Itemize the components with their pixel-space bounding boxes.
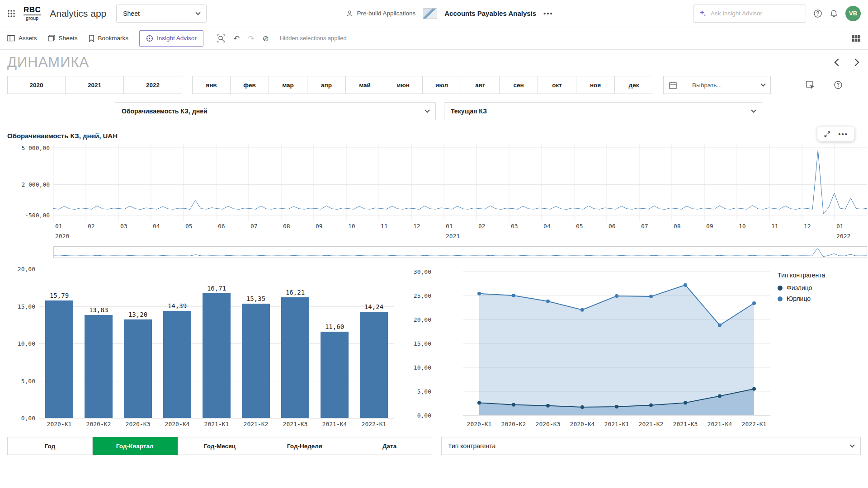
month-filter-8[interactable]: сен xyxy=(500,76,538,94)
turnover-y-labels: 5 000,002 000,00-500,00 xyxy=(8,144,50,221)
legend-item-1[interactable]: Юрлицо xyxy=(778,295,859,302)
y-axis-label: 25,00 xyxy=(414,292,431,299)
hidden-selections-note: Hidden selections applied xyxy=(280,35,347,42)
x-axis-label: 10 xyxy=(348,223,355,230)
app-thumbnail[interactable] xyxy=(423,8,437,19)
chevron-down-icon xyxy=(196,10,201,15)
filter-row: 202020212022 янвфевмарапрмайиюниюлавгсен… xyxy=(7,76,861,94)
granularity-tab-3[interactable]: Год-Неделя xyxy=(262,437,347,455)
bar-2021-К3[interactable]: 16,21 xyxy=(278,269,313,418)
x-axis-label: 04 xyxy=(153,223,160,230)
granularity-tab-0[interactable]: Год xyxy=(7,437,93,455)
month-filter-0[interactable]: янв xyxy=(192,76,231,94)
date-picker[interactable]: Выбрать... xyxy=(663,76,771,94)
bar-2020-К2[interactable]: 13,83 xyxy=(81,269,116,418)
avatar[interactable]: VB xyxy=(845,6,861,21)
x-axis-label: 2020-К4 xyxy=(160,421,195,427)
chart-menu-button[interactable]: ••• xyxy=(838,130,848,138)
legend-item-0[interactable]: Физлицо xyxy=(778,284,859,291)
month-filter-2[interactable]: мар xyxy=(269,76,307,94)
insight-advisor-button[interactable]: Insight Advisor xyxy=(139,30,203,47)
more-options-button[interactable]: ••• xyxy=(543,9,553,17)
sheet-layout-icon[interactable] xyxy=(852,34,861,42)
assets-button[interactable]: Assets xyxy=(7,35,37,42)
previous-sheet-icon[interactable] xyxy=(835,59,842,66)
prebuild-applications-link[interactable]: Pre-build Applications xyxy=(346,10,415,17)
turnover-chart-title: Оборачиваемость КЗ, дней, UAH xyxy=(7,132,861,140)
step-back-icon[interactable]: ↶ xyxy=(233,34,240,43)
x-axis-label: 10 xyxy=(739,223,746,230)
notifications-bell-icon[interactable] xyxy=(830,9,838,18)
bar-2020-К3[interactable]: 13,20 xyxy=(120,269,156,418)
chevron-down-icon xyxy=(425,108,429,113)
quarter-bar-chart[interactable]: 20,0015,0010,005,000,00 15,79 13,83 13,2… xyxy=(7,269,394,430)
x-axis-label: 2020-К4 xyxy=(570,421,595,427)
x-axis-label: 2021-К4 xyxy=(708,421,732,427)
selections-tool-icon[interactable] xyxy=(806,80,815,89)
bookmark-icon xyxy=(89,35,94,42)
x-axis-label: 08 xyxy=(674,223,681,230)
turnover-plot-area[interactable]: 5 000,002 000,00-500,00 xyxy=(53,144,867,221)
help-icon[interactable] xyxy=(813,9,822,18)
month-filter-5[interactable]: июн xyxy=(384,76,423,94)
month-filter-1[interactable]: фев xyxy=(231,76,269,94)
bar-2021-К2[interactable]: 15,35 xyxy=(238,269,274,418)
sparkle-icon xyxy=(699,9,707,17)
y-axis-label: -500,00 xyxy=(25,211,50,218)
bar-2020-К1[interactable]: 15,79 xyxy=(42,269,77,418)
granularity-tab-2[interactable]: Год-Месяц xyxy=(178,437,263,455)
expand-icon[interactable] xyxy=(824,131,831,138)
clear-selections-icon[interactable]: ⊘ xyxy=(262,34,269,43)
year-filter-2020[interactable]: 2020 xyxy=(7,76,66,94)
counterparty-area-chart[interactable]: 30,0025,0020,0015,0010,005,000,00 2020-К… xyxy=(403,269,861,430)
x-axis-label: 2021-К1 xyxy=(199,421,234,427)
bar-2022-К1[interactable]: 14,24 xyxy=(356,269,392,418)
month-filter-10[interactable]: ноя xyxy=(576,76,615,94)
month-filter-9[interactable]: окт xyxy=(538,76,576,94)
year-filter-2022[interactable]: 2022 xyxy=(124,76,182,94)
month-filter-4[interactable]: май xyxy=(346,76,384,94)
y-axis-label: 10,00 xyxy=(414,364,431,371)
year-filter-group: 202020212022 xyxy=(7,76,182,94)
help-circle-icon[interactable] xyxy=(834,80,843,89)
sheets-button[interactable]: Sheets xyxy=(48,35,78,42)
bar-2020-К4[interactable]: 14,39 xyxy=(160,269,195,418)
sheet-canvas: ДИНАМИКА 202020212022 янвфевмарапрмайиюн… xyxy=(0,54,868,455)
x-axis-label: 2021-К2 xyxy=(639,421,664,427)
month-filter-6[interactable]: июл xyxy=(423,76,461,94)
insight-advisor-search[interactable] xyxy=(693,5,806,23)
month-filter-11[interactable]: дек xyxy=(615,76,653,94)
bookmarks-button[interactable]: Bookmarks xyxy=(89,35,129,42)
y-axis-label: 5,00 xyxy=(21,377,35,384)
turnover-line-chart[interactable]: Оборачиваемость КЗ, дней, UAH ••• 5 000,… xyxy=(7,132,861,258)
x-axis-label: 2021-К3 xyxy=(673,421,698,427)
search-input[interactable] xyxy=(711,10,800,17)
month-filter-3[interactable]: апр xyxy=(307,76,346,94)
chart-range-navigator[interactable] xyxy=(53,246,867,258)
measure-dropdown[interactable]: Оборачиваемость КЗ, дней xyxy=(115,102,436,120)
bar-value-label: 14,39 xyxy=(168,302,187,310)
metric-dropdown[interactable]: Текущая КЗ xyxy=(444,102,762,120)
granularity-tab-4[interactable]: Дата xyxy=(347,437,432,455)
x-axis-label: 2020-К3 xyxy=(120,421,156,427)
year-filter-2021[interactable]: 2021 xyxy=(66,76,124,94)
x-axis-label: 2021-К2 xyxy=(238,421,274,427)
y-axis-label: 15,00 xyxy=(18,303,35,310)
x-axis-label: 07 xyxy=(641,223,648,230)
quarter-bar-categories: 2020-К12020-К22020-К32020-К42021-К12021-… xyxy=(39,421,394,427)
counterparty-dropdown[interactable]: Тип контрагента xyxy=(441,437,861,455)
date-picker-label: Выбрать... xyxy=(692,82,722,89)
granularity-tab-1[interactable]: Год-Квартал xyxy=(93,437,178,455)
sheet-selector[interactable]: Sheet xyxy=(116,5,207,23)
smart-search-icon[interactable] xyxy=(217,34,225,42)
bar-value-label: 15,35 xyxy=(246,295,265,302)
next-sheet-icon[interactable] xyxy=(852,59,859,66)
bar-2021-К1[interactable]: 16,71 xyxy=(199,269,234,418)
app-menu-icon[interactable] xyxy=(7,9,15,18)
x-axis-label: 02 xyxy=(88,223,95,230)
x-axis-label: 2021-К1 xyxy=(604,421,629,427)
bar-2021-К4[interactable]: 11,60 xyxy=(317,269,352,418)
x-axis-label: 2020-К2 xyxy=(501,421,526,427)
quarter-bars: 15,79 13,83 13,20 14,39 16,71 15,35 16,2… xyxy=(39,269,394,418)
month-filter-7[interactable]: авг xyxy=(461,76,500,94)
